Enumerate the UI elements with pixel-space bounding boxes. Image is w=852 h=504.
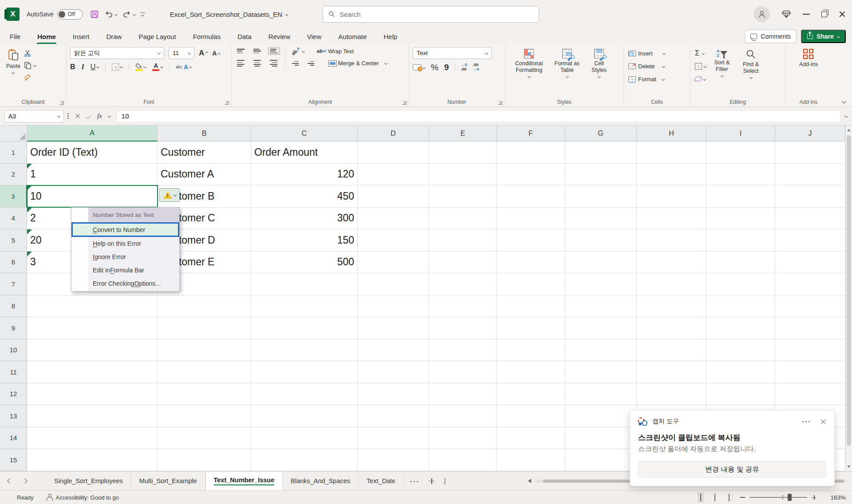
font-name-combobox[interactable]: 맑은 고딕 xyxy=(70,47,164,59)
cell-G5[interactable] xyxy=(565,229,637,252)
excel-logo-icon[interactable]: X xyxy=(6,8,20,21)
cell-I10[interactable] xyxy=(706,339,775,362)
accessibility-status[interactable]: Accessibility: Good to go xyxy=(46,494,119,501)
vertical-scrollbar[interactable] xyxy=(845,126,852,471)
cell-J5[interactable] xyxy=(775,229,845,252)
share-dropdown-icon[interactable] xyxy=(837,35,840,38)
cell-B1[interactable]: Customer xyxy=(158,142,251,164)
cell-D12[interactable] xyxy=(358,383,429,406)
cell-B14[interactable] xyxy=(158,427,251,449)
cell-I6[interactable] xyxy=(706,252,775,274)
align-center-button[interactable] xyxy=(252,59,263,68)
page-break-view-button[interactable] xyxy=(726,492,732,503)
autosum-button[interactable]: Σ xyxy=(695,49,706,58)
name-box[interactable]: A3 xyxy=(4,110,64,122)
share-button[interactable]: Share xyxy=(801,30,846,43)
undo-dropdown-icon[interactable] xyxy=(114,12,118,16)
previous-sheet-icon[interactable] xyxy=(7,478,12,483)
cell-A10[interactable] xyxy=(27,339,158,362)
cell-G7[interactable] xyxy=(565,273,637,295)
cell-G10[interactable] xyxy=(565,339,637,362)
font-name-dropdown-icon[interactable] xyxy=(158,51,161,55)
ribbon-tab-home[interactable]: Home xyxy=(36,31,57,42)
fill-button[interactable] xyxy=(695,62,706,71)
cell-G1[interactable] xyxy=(565,142,637,164)
cell-F5[interactable] xyxy=(497,229,565,252)
row-header-13[interactable]: 13 xyxy=(0,405,27,427)
cell-H1[interactable] xyxy=(637,142,706,164)
cell-E13[interactable] xyxy=(429,405,497,427)
cell-E8[interactable] xyxy=(429,295,497,318)
collapse-ribbon-icon[interactable] xyxy=(842,99,847,104)
cell-E3[interactable] xyxy=(429,185,497,208)
column-header-E[interactable]: E xyxy=(429,126,497,142)
clear-button[interactable] xyxy=(695,75,706,83)
cell-J7[interactable] xyxy=(775,273,845,295)
cell-H10[interactable] xyxy=(637,339,706,362)
cut-button[interactable] xyxy=(24,49,36,58)
column-header-B[interactable]: B xyxy=(158,126,251,142)
decrease-decimal-button[interactable]: .00→0 xyxy=(473,63,479,72)
copy-button[interactable] xyxy=(24,61,36,70)
cell-G3[interactable] xyxy=(565,185,637,208)
row-header-6[interactable]: 6 xyxy=(0,252,27,274)
delete-cells-button[interactable]: Delete xyxy=(628,62,665,71)
cell-I12[interactable] xyxy=(706,383,775,406)
row-header-12[interactable]: 12 xyxy=(0,383,27,406)
fill-color-button[interactable] xyxy=(135,63,146,71)
row-header-11[interactable]: 11 xyxy=(0,361,27,383)
title-dropdown-icon[interactable] xyxy=(285,12,288,16)
align-left-button[interactable] xyxy=(235,59,246,68)
cell-C1[interactable]: Order Amount xyxy=(251,142,358,164)
cell-E15[interactable] xyxy=(429,449,497,471)
ribbon-tab-insert[interactable]: Insert xyxy=(72,31,91,42)
delete-dropdown-icon[interactable] xyxy=(662,64,665,67)
cell-A3[interactable]: 10 xyxy=(27,185,158,208)
row-header-14[interactable]: 14 xyxy=(0,427,27,449)
cell-B2[interactable]: Customer A xyxy=(158,164,251,186)
cell-C4[interactable]: 300 xyxy=(251,208,358,230)
page-layout-view-button[interactable] xyxy=(712,492,718,503)
increase-font-size-button[interactable]: A xyxy=(199,49,208,58)
cell-F13[interactable] xyxy=(497,405,565,427)
cell-E1[interactable] xyxy=(429,142,497,164)
row-header-4[interactable]: 4 xyxy=(0,208,27,230)
restore-button[interactable] xyxy=(821,12,827,17)
font-size-combobox[interactable]: 11 xyxy=(169,47,194,59)
format-as-table-dropdown-icon[interactable] xyxy=(565,75,568,78)
font-size-dropdown-icon[interactable] xyxy=(188,51,191,55)
accounting-format-button[interactable] xyxy=(413,64,425,71)
cell-J12[interactable] xyxy=(775,383,845,406)
cell-I1[interactable] xyxy=(706,142,775,164)
cell-styles-dropdown-icon[interactable] xyxy=(597,75,600,78)
number-dialog-launcher-icon[interactable] xyxy=(498,101,502,105)
sheet-tab-multi-sort-example[interactable]: Multi_Sort_Example xyxy=(131,472,205,490)
cell-H2[interactable] xyxy=(637,164,706,186)
cell-F10[interactable] xyxy=(497,339,565,362)
row-header-8[interactable]: 8 xyxy=(0,295,27,318)
orientation-dropdown-icon[interactable] xyxy=(302,50,305,53)
cell-D7[interactable] xyxy=(358,273,429,295)
cell-G2[interactable] xyxy=(565,164,637,186)
zoom-out-icon[interactable] xyxy=(740,497,745,498)
format-as-table-button[interactable]: Format as Table xyxy=(549,47,585,79)
ribbon-tab-file[interactable]: File xyxy=(9,31,21,42)
scroll-up-icon[interactable] xyxy=(847,129,851,131)
cell-I3[interactable] xyxy=(706,185,775,208)
insert-dropdown-icon[interactable] xyxy=(662,51,665,55)
cell-G14[interactable] xyxy=(565,427,637,449)
format-dropdown-icon[interactable] xyxy=(662,77,665,80)
cell-F2[interactable] xyxy=(497,164,565,186)
cell-H6[interactable] xyxy=(637,252,706,274)
ribbon-tab-page-layout[interactable]: Page Layout xyxy=(138,31,177,42)
decrease-font-size-button[interactable]: A xyxy=(212,50,220,57)
cell-E12[interactable] xyxy=(429,383,497,406)
comments-button[interactable]: Comments xyxy=(745,30,797,43)
cell-E2[interactable] xyxy=(429,164,497,186)
cell-D3[interactable] xyxy=(358,185,429,208)
cell-D9[interactable] xyxy=(358,317,429,339)
cell-D8[interactable] xyxy=(358,295,429,318)
cell-A9[interactable] xyxy=(27,317,158,339)
font-dialog-launcher-icon[interactable] xyxy=(225,101,229,105)
expand-formula-bar-icon[interactable] xyxy=(844,114,848,118)
